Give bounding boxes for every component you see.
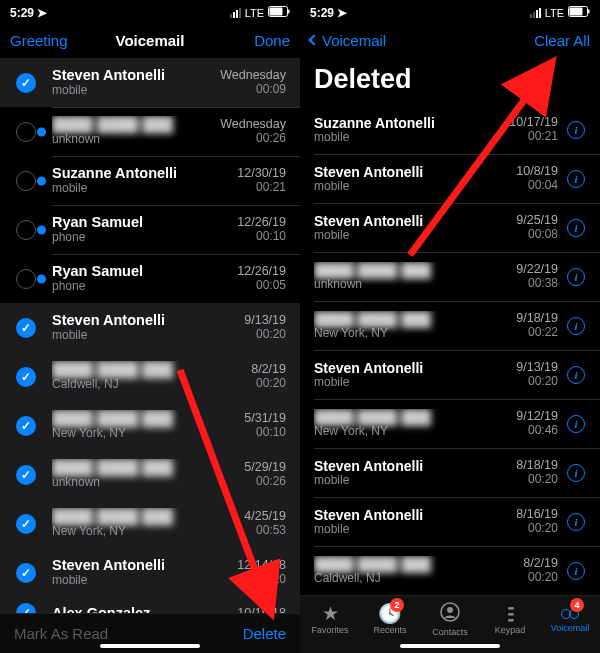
- deleted-row[interactable]: ████ ████ ███Caldwell, NJ8/2/1900:20i: [300, 546, 600, 595]
- tab-keypad[interactable]: ●●●●●●●●● Keypad: [480, 596, 540, 643]
- caller-name: ████ ████ ███: [52, 410, 204, 427]
- row-meta: 9/13/1900:20: [476, 360, 562, 388]
- empty-circle-icon: [16, 171, 36, 191]
- info-button[interactable]: i: [562, 562, 590, 580]
- call-date: 10/8/19: [476, 164, 558, 178]
- voicemail-row[interactable]: ✓Steven AntonellimobileWednesday00:09: [0, 58, 300, 107]
- voicemail-row[interactable]: ✓Steven Antonellimobile12/14/1800:20: [0, 548, 300, 597]
- call-date: 8/2/19: [204, 362, 286, 376]
- row-meta: 5/31/1900:10: [204, 411, 290, 439]
- voicemail-row[interactable]: ✓Alex Gonzalez10/19/18: [0, 597, 300, 613]
- info-button[interactable]: i: [562, 415, 590, 433]
- select-checkbox[interactable]: ✓: [0, 603, 52, 613]
- status-bar: 5:29 ➤ LTE: [300, 0, 600, 22]
- deleted-row[interactable]: Steven Antonellimobile9/13/1900:20i: [300, 350, 600, 399]
- deleted-row[interactable]: Steven Antonellimobile8/18/1900:20i: [300, 448, 600, 497]
- row-main: Steven Antonellimobile: [52, 557, 204, 587]
- select-checkbox[interactable]: ✓: [0, 318, 52, 338]
- select-checkbox[interactable]: ✓: [0, 514, 52, 534]
- deleted-row[interactable]: ████ ████ ███New York, NY9/18/1900:22i: [300, 301, 600, 350]
- info-button[interactable]: i: [562, 464, 590, 482]
- deleted-row[interactable]: ████ ████ ███New York, NY9/12/1900:46i: [300, 399, 600, 448]
- voicemail-row[interactable]: ✓Steven Antonellimobile9/13/1900:20: [0, 303, 300, 352]
- signal-icon: [530, 8, 541, 18]
- select-checkbox[interactable]: ✓: [0, 367, 52, 387]
- tab-label: Recents: [373, 625, 406, 635]
- call-duration: 00:26: [204, 132, 286, 146]
- caller-name: Ryan Samuel: [52, 263, 204, 280]
- call-duration: 00:20: [476, 522, 558, 536]
- delete-button[interactable]: Delete: [243, 625, 286, 642]
- select-checkbox[interactable]: ✓: [0, 416, 52, 436]
- deleted-row[interactable]: ████ ████ ███unknown9/22/1900:38i: [300, 252, 600, 301]
- caller-sub: Caldwell, NJ: [314, 572, 476, 586]
- deleted-list[interactable]: Suzanne Antonellimobile10/17/1900:21iSte…: [300, 105, 600, 595]
- info-button[interactable]: i: [562, 219, 590, 237]
- home-indicator[interactable]: [100, 644, 200, 648]
- caller-name: ████ ████ ███: [52, 361, 204, 378]
- caller-name: ████ ████ ███: [52, 116, 204, 133]
- row-main: ████ ████ ███New York, NY: [314, 409, 476, 439]
- row-meta: 4/25/1900:53: [204, 509, 290, 537]
- tab-recents[interactable]: 🕓 Recents 2: [360, 596, 420, 643]
- voicemail-row[interactable]: Ryan Samuelphone12/26/1900:05: [0, 254, 300, 303]
- deleted-row[interactable]: Steven Antonellimobile8/16/1900:20i: [300, 497, 600, 546]
- location-icon: ➤: [337, 6, 347, 20]
- voicemail-row[interactable]: ✓████ ████ ███New York, NY4/25/1900:53: [0, 499, 300, 548]
- empty-circle-icon: [16, 269, 36, 289]
- caller-name: ████ ████ ███: [52, 459, 204, 476]
- row-main: ████ ████ ███unknown: [52, 116, 204, 146]
- select-checkbox[interactable]: [0, 269, 52, 289]
- deleted-row[interactable]: Steven Antonellimobile9/25/1900:08i: [300, 203, 600, 252]
- select-checkbox[interactable]: ✓: [0, 465, 52, 485]
- deleted-row[interactable]: Suzanne Antonellimobile10/17/1900:21i: [300, 105, 600, 154]
- info-button[interactable]: i: [562, 366, 590, 384]
- call-date: 5/31/19: [204, 411, 286, 425]
- row-main: Steven Antonellimobile: [314, 360, 476, 390]
- caller-name: ████ ████ ███: [314, 311, 476, 327]
- select-checkbox[interactable]: ✓: [0, 563, 52, 583]
- voicemail-row[interactable]: Ryan Samuelphone12/26/1900:10: [0, 205, 300, 254]
- info-button[interactable]: i: [562, 268, 590, 286]
- row-main: Alex Gonzalez: [52, 605, 204, 613]
- caller-sub: mobile: [314, 180, 476, 194]
- select-checkbox[interactable]: [0, 171, 52, 191]
- select-checkbox[interactable]: [0, 220, 52, 240]
- info-button[interactable]: i: [562, 513, 590, 531]
- voicemail-list[interactable]: ✓Steven AntonellimobileWednesday00:09███…: [0, 58, 300, 613]
- voicemail-row[interactable]: ✓████ ████ ███New York, NY5/31/1900:10: [0, 401, 300, 450]
- select-checkbox[interactable]: [0, 122, 52, 142]
- nav-bar: Greeting Voicemail Done: [0, 22, 300, 58]
- row-main: Suzanne Antonellimobile: [314, 115, 476, 145]
- voicemail-row[interactable]: ✓████ ████ ███unknown5/29/1900:26: [0, 450, 300, 499]
- deleted-row[interactable]: Steven Antonellimobile10/8/1900:04i: [300, 154, 600, 203]
- tab-label: Voicemail: [551, 623, 590, 633]
- caller-sub: mobile: [52, 329, 204, 343]
- info-icon: i: [567, 219, 585, 237]
- voicemail-row[interactable]: Suzanne Antonellimobile12/30/1900:21: [0, 156, 300, 205]
- row-meta: 12/26/1900:05: [204, 264, 290, 292]
- home-indicator[interactable]: [400, 644, 500, 648]
- done-button[interactable]: Done: [210, 32, 290, 49]
- info-button[interactable]: i: [562, 170, 590, 188]
- voicemail-row[interactable]: ████ ████ ███unknownWednesday00:26: [0, 107, 300, 156]
- voicemail-row[interactable]: ✓████ ████ ███Caldwell, NJ8/2/1900:20: [0, 352, 300, 401]
- mark-as-read-button[interactable]: Mark As Read: [14, 625, 108, 642]
- call-duration: 00:08: [476, 228, 558, 242]
- row-main: Steven Antonellimobile: [314, 213, 476, 243]
- call-date: 8/16/19: [476, 507, 558, 521]
- info-button[interactable]: i: [562, 121, 590, 139]
- tab-voicemail[interactable]: Voicemail 4: [540, 596, 600, 643]
- info-button[interactable]: i: [562, 317, 590, 335]
- tab-contacts[interactable]: Contacts: [420, 596, 480, 643]
- back-button[interactable]: Voicemail: [310, 32, 390, 49]
- greeting-button[interactable]: Greeting: [10, 32, 90, 49]
- select-checkbox[interactable]: ✓: [0, 73, 52, 93]
- svg-rect-4: [570, 7, 583, 15]
- tab-favorites[interactable]: ★ Favorites: [300, 596, 360, 643]
- checkmark-icon: ✓: [16, 465, 36, 485]
- call-date: 9/12/19: [476, 409, 558, 423]
- caller-name: Steven Antonelli: [52, 312, 204, 329]
- row-meta: 8/2/1900:20: [204, 362, 290, 390]
- clear-all-button[interactable]: Clear All: [510, 32, 590, 49]
